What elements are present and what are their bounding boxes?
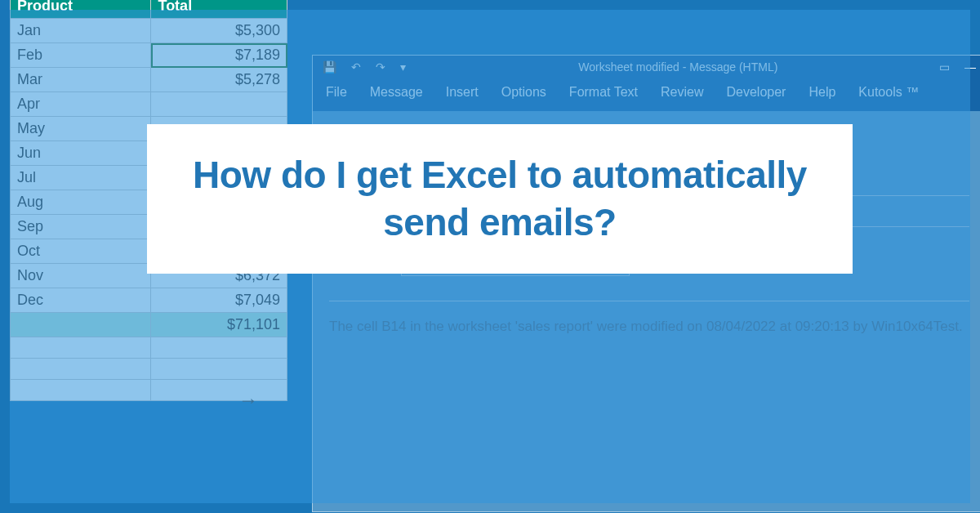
table-row: Apr — [11, 92, 287, 117]
table-row — [11, 359, 287, 380]
ribbon-tab-format-text[interactable]: Format Text — [569, 85, 638, 100]
headline-text: How do I get Excel to automatically send… — [183, 152, 817, 246]
ribbon-tab-developer[interactable]: Developer — [727, 85, 786, 100]
table-row: Dec$7,049 — [11, 288, 287, 313]
total-row: $71,101 — [11, 313, 287, 337]
ribbon-tab-help[interactable]: Help — [808, 85, 835, 100]
total-cell[interactable]: $71,101 — [151, 313, 287, 337]
message-body[interactable]: The cell B14 in the worksheet 'sales rep… — [329, 301, 969, 337]
col-header-product: Product — [11, 0, 151, 19]
ribbon-tab-message[interactable]: Message — [370, 85, 423, 100]
outlook-ribbon: File Message Insert Options Format Text … — [313, 78, 980, 111]
selected-cell[interactable]: $7,189 — [151, 43, 287, 68]
qat-more-icon[interactable]: ▾ — [400, 60, 406, 74]
ribbon-tab-review[interactable]: Review — [661, 85, 703, 100]
ribbon-tab-kutools[interactable]: Kutools ™ — [858, 85, 919, 100]
ribbon-mode-icon[interactable]: ▭ — [939, 60, 950, 74]
redo-icon[interactable]: ↷ — [376, 60, 385, 74]
outlook-window: 💾 ↶ ↷ ▾ Worksheet modified - Message (HT… — [312, 55, 980, 512]
arrow-icon: → — [238, 389, 258, 412]
headline-card: How do I get Excel to automatically send… — [147, 124, 853, 274]
outlook-titlebar: 💾 ↶ ↷ ▾ Worksheet modified - Message (HT… — [313, 56, 980, 78]
table-row: Mar$5,278 — [11, 68, 287, 92]
table-row — [11, 337, 287, 359]
save-icon[interactable]: 💾 — [323, 60, 336, 74]
col-header-total: Total — [151, 0, 287, 19]
ribbon-tab-options[interactable]: Options — [501, 85, 546, 100]
ribbon-tab-file[interactable]: File — [326, 85, 347, 100]
undo-icon[interactable]: ↶ — [351, 60, 361, 74]
minimize-icon[interactable]: — — [964, 60, 976, 74]
window-title: Worksheet modified - Message (HTML) — [432, 60, 924, 74]
table-row: Jan$5,300 — [11, 19, 287, 43]
ribbon-tab-insert[interactable]: Insert — [446, 85, 479, 100]
table-row: Feb$7,189 — [11, 43, 287, 68]
